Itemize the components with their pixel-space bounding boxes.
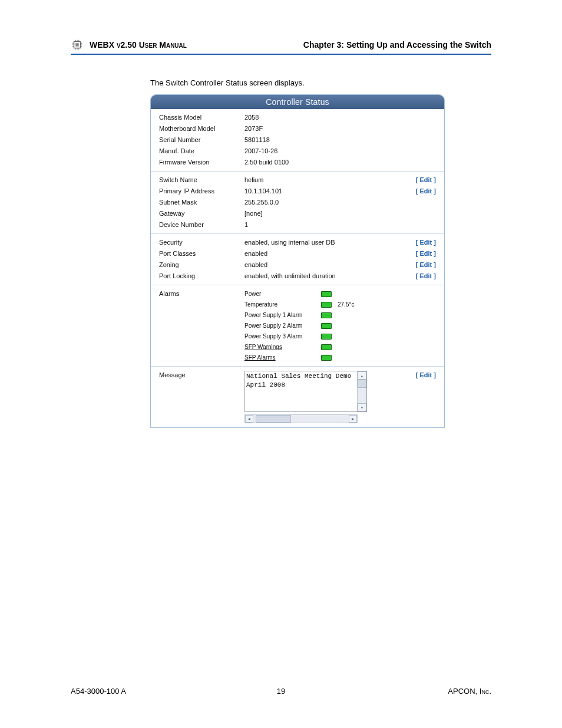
edit-link[interactable]: [ Edit ] xyxy=(416,176,436,185)
row-value: enabled xyxy=(244,261,411,269)
row-label: Gateway xyxy=(159,209,244,218)
row-value: 10.1.104.101 xyxy=(244,187,411,196)
row-label: Zoning xyxy=(159,261,244,269)
message-text: National Sales Meeting Demo April 2008 xyxy=(246,373,351,388)
alarm-row: Power Supply 3 Alarm xyxy=(244,332,436,341)
alarm-row: Power Supply 1 Alarm xyxy=(244,311,436,319)
status-led-icon xyxy=(321,334,332,340)
status-led-icon xyxy=(321,291,332,297)
alarm-name[interactable]: SFP Warnings xyxy=(244,342,321,351)
status-led-icon xyxy=(321,344,332,350)
row-label: Switch Name xyxy=(159,176,244,185)
status-row: Zoningenabled[ Edit ] xyxy=(159,259,436,271)
section-message: Message National Sales Meeting Demo Apri… xyxy=(151,367,444,427)
status-row: Subnet Mask255.255.0.0 xyxy=(159,197,436,208)
edit-link-message[interactable]: [ Edit ] xyxy=(416,371,436,380)
alarm-name[interactable]: SFP Alarms xyxy=(244,353,321,362)
row-value: enabled xyxy=(244,249,411,258)
status-row: Device Number1 xyxy=(159,219,436,230)
alarm-row: Power Supply 2 Alarm xyxy=(244,321,436,330)
status-led-icon xyxy=(321,323,332,329)
row-label: Port Classes xyxy=(159,249,244,258)
footer-left: A54-3000-100 A xyxy=(71,687,126,696)
row-label: Port Locking xyxy=(159,272,244,281)
status-row: Port Lockingenabled, with unlimited dura… xyxy=(159,271,436,282)
row-label: Motherboard Model xyxy=(159,124,244,133)
message-textarea[interactable]: National Sales Meeting Demo April 2008 ▴… xyxy=(244,371,367,412)
footer-right: APCON, Inc. xyxy=(448,687,491,696)
edit-link[interactable]: [ Edit ] xyxy=(416,249,436,258)
svg-rect-1 xyxy=(75,43,79,47)
edit-link[interactable]: [ Edit ] xyxy=(416,272,436,281)
alarm-name: Power Supply 1 Alarm xyxy=(244,311,321,319)
row-label: Firmware Version xyxy=(159,158,244,167)
alarm-name: Power xyxy=(244,289,321,298)
row-value: enabled, using internal user DB xyxy=(244,238,411,247)
scroll-thumb-h[interactable] xyxy=(256,415,291,423)
status-row: Manuf. Date2007-10-26 xyxy=(159,146,436,157)
row-value: 255.255.0.0 xyxy=(244,198,436,207)
row-label: Device Number xyxy=(159,220,244,229)
row-value: enabled, with unlimited duration xyxy=(244,272,411,281)
section-alarms: Alarms PowerTemperature27.5°cPower Suppl… xyxy=(151,285,444,367)
scroll-right-icon[interactable]: ▸ xyxy=(349,415,357,423)
row-label: Primary IP Address xyxy=(159,187,244,196)
alarm-list: PowerTemperature27.5°cPower Supply 1 Ala… xyxy=(244,289,436,362)
section-network: Switch Namehelium[ Edit ]Primary IP Addr… xyxy=(151,172,444,234)
status-row: Firmware Version2.50 build 0100 xyxy=(159,157,436,168)
intro-text: The Switch Controller Status screen disp… xyxy=(150,78,491,87)
alarm-row: SFP Alarms xyxy=(244,353,436,362)
alarm-row: Power xyxy=(244,289,436,298)
page-footer: A54-3000-100 A 19 APCON, Inc. xyxy=(71,687,491,696)
alarm-extra: 27.5°c xyxy=(338,300,354,309)
panel-title: Controller Status xyxy=(151,95,444,109)
scroll-left-icon[interactable]: ◂ xyxy=(245,415,253,423)
scroll-thumb[interactable] xyxy=(358,380,366,388)
row-label: Manuf. Date xyxy=(159,147,244,156)
edit-link[interactable]: [ Edit ] xyxy=(416,238,436,247)
section-hardware: Chassis Model2058Motherboard Model2073FS… xyxy=(151,109,444,172)
status-row: Gateway[none] xyxy=(159,208,436,219)
footer-page-number: 19 xyxy=(277,687,285,696)
row-value: [none] xyxy=(244,209,436,218)
message-label: Message xyxy=(159,371,244,380)
status-led-icon xyxy=(321,302,332,308)
row-label: Security xyxy=(159,238,244,247)
page-header: WEBX v2.50 User Manual Chapter 3: Settin… xyxy=(71,38,491,55)
row-value: 5801118 xyxy=(244,136,436,144)
status-row: Chassis Model2058 xyxy=(159,112,436,123)
controller-status-panel: Controller Status Chassis Model2058Mothe… xyxy=(150,94,445,428)
status-led-icon xyxy=(321,355,332,361)
status-row: Switch Namehelium[ Edit ] xyxy=(159,174,436,186)
edit-link[interactable]: [ Edit ] xyxy=(416,187,436,196)
scroll-down-icon[interactable]: ▾ xyxy=(358,403,366,411)
row-value: 2.50 build 0100 xyxy=(244,158,436,167)
message-vertical-scrollbar[interactable]: ▴ ▾ xyxy=(357,371,366,411)
manual-title: WEBX v2.50 User Manual xyxy=(90,40,187,50)
status-row: Motherboard Model2073F xyxy=(159,123,436,134)
row-value: 1 xyxy=(244,220,436,229)
alarm-name: Power Supply 2 Alarm xyxy=(244,321,321,330)
row-label: Subnet Mask xyxy=(159,198,244,207)
scroll-up-icon[interactable]: ▴ xyxy=(358,371,366,380)
status-led-icon xyxy=(321,312,332,318)
alarm-name: Temperature xyxy=(244,300,321,309)
row-value: 2058 xyxy=(244,113,436,122)
row-label: Serial Number xyxy=(159,136,244,144)
section-features: Securityenabled, using internal user DB[… xyxy=(151,234,444,285)
edit-link[interactable]: [ Edit ] xyxy=(416,261,436,269)
status-row: Primary IP Address10.1.104.101[ Edit ] xyxy=(159,186,436,197)
status-row: Port Classesenabled[ Edit ] xyxy=(159,248,436,259)
alarm-row: Temperature27.5°c xyxy=(244,300,436,309)
chapter-title: Chapter 3: Setting Up and Accessing the … xyxy=(303,40,491,50)
chip-icon xyxy=(71,38,84,51)
row-value: 2007-10-26 xyxy=(244,147,436,156)
alarms-label: Alarms xyxy=(159,289,244,298)
status-row: Securityenabled, using internal user DB[… xyxy=(159,237,436,248)
status-row: Serial Number5801118 xyxy=(159,134,436,146)
alarm-name: Power Supply 3 Alarm xyxy=(244,332,321,341)
row-value: helium xyxy=(244,176,411,185)
alarm-row: SFP Warnings xyxy=(244,342,436,351)
message-horizontal-scrollbar[interactable]: ◂ ▸ xyxy=(244,414,358,423)
row-label: Chassis Model xyxy=(159,113,244,122)
